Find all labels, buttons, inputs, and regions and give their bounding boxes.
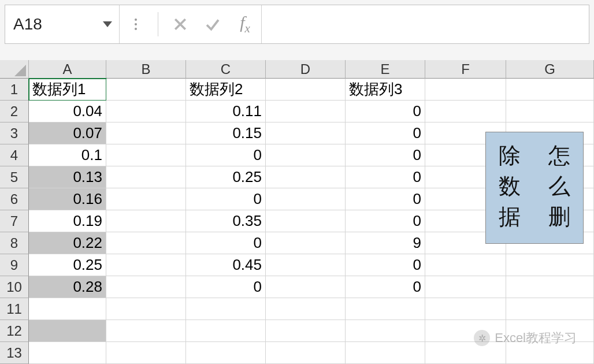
enter-button[interactable] — [196, 5, 229, 43]
row-header-8[interactable]: 8 — [0, 232, 29, 254]
cell-D11[interactable] — [266, 298, 346, 320]
cell-C10[interactable]: 0 — [186, 276, 266, 298]
cell-B10[interactable] — [106, 276, 186, 298]
cell-D12[interactable] — [266, 320, 346, 342]
cell-E6[interactable]: 0 — [346, 188, 425, 210]
cell-G11[interactable] — [506, 298, 594, 320]
cell-D5[interactable] — [266, 166, 346, 188]
cell-A12[interactable] — [29, 320, 106, 342]
cell-A9[interactable]: 0.25 — [29, 254, 106, 276]
cell-D7[interactable] — [266, 210, 346, 232]
cell-D8[interactable] — [266, 232, 346, 254]
cell-A10[interactable]: 0.28 — [29, 276, 106, 298]
cell-G10[interactable] — [506, 276, 594, 298]
cell-D6[interactable] — [266, 188, 346, 210]
floating-text-box[interactable]: 除 数 据 怎 么 删 — [485, 132, 584, 244]
cell-C9[interactable]: 0.45 — [186, 254, 266, 276]
cell-A3[interactable]: 0.07 — [29, 122, 106, 144]
row-header-4[interactable]: 4 — [0, 144, 29, 166]
cell-E12[interactable] — [346, 320, 425, 342]
cell-C13[interactable] — [186, 342, 266, 364]
cell-D1[interactable] — [266, 79, 346, 101]
cell-A1[interactable]: 数据列1 — [29, 79, 106, 101]
row-header-5[interactable]: 5 — [0, 166, 29, 188]
cell-C4[interactable]: 0 — [186, 144, 266, 166]
cell-A6[interactable]: 0.16 — [29, 188, 106, 210]
cell-D13[interactable] — [266, 342, 346, 364]
cell-C11[interactable] — [186, 298, 266, 320]
insert-function-button[interactable]: fx — [229, 5, 261, 43]
cell-E1[interactable]: 数据列3 — [346, 79, 425, 101]
cell-B11[interactable] — [106, 298, 186, 320]
select-all-corner[interactable] — [0, 60, 29, 79]
cell-A4[interactable]: 0.1 — [29, 144, 106, 166]
cell-B8[interactable] — [106, 232, 186, 254]
cell-E10[interactable]: 0 — [346, 276, 425, 298]
cell-B6[interactable] — [106, 188, 186, 210]
cell-E13[interactable] — [346, 342, 425, 364]
row-header-13[interactable]: 13 — [0, 342, 29, 364]
row-header-3[interactable]: 3 — [0, 122, 29, 144]
col-header-G[interactable]: G — [506, 60, 594, 79]
cell-B3[interactable] — [106, 122, 186, 144]
cell-C8[interactable]: 0 — [186, 232, 266, 254]
col-header-C[interactable]: C — [186, 60, 266, 79]
cancel-button[interactable] — [164, 5, 196, 43]
cell-A7[interactable]: 0.19 — [29, 210, 106, 232]
cell-E2[interactable]: 0 — [346, 101, 425, 122]
cell-E8[interactable]: 9 — [346, 232, 425, 254]
cell-A5[interactable]: 0.13 — [29, 166, 106, 188]
cell-F9[interactable] — [425, 254, 506, 276]
cell-B7[interactable] — [106, 210, 186, 232]
row-header-6[interactable]: 6 — [0, 188, 29, 210]
cell-F10[interactable] — [425, 276, 506, 298]
cell-B5[interactable] — [106, 166, 186, 188]
col-header-E[interactable]: E — [346, 60, 425, 79]
cell-A11[interactable] — [29, 298, 106, 320]
name-box[interactable]: A18 — [5, 5, 120, 43]
row-header-9[interactable]: 9 — [0, 254, 29, 276]
cell-G9[interactable] — [506, 254, 594, 276]
col-header-A[interactable]: A — [29, 60, 106, 79]
col-header-F[interactable]: F — [425, 60, 506, 79]
cell-B4[interactable] — [106, 144, 186, 166]
cell-B13[interactable] — [106, 342, 186, 364]
cell-E5[interactable]: 0 — [346, 166, 425, 188]
cell-C7[interactable]: 0.35 — [186, 210, 266, 232]
row-header-2[interactable]: 2 — [0, 101, 29, 122]
cell-F11[interactable] — [425, 298, 506, 320]
cell-E4[interactable]: 0 — [346, 144, 425, 166]
cell-D9[interactable] — [266, 254, 346, 276]
cell-D2[interactable] — [266, 101, 346, 122]
row-header-1[interactable]: 1 — [0, 79, 29, 101]
cell-A8[interactable]: 0.22 — [29, 232, 106, 254]
cell-E3[interactable]: 0 — [346, 122, 425, 144]
cell-C2[interactable]: 0.11 — [186, 101, 266, 122]
cell-B12[interactable] — [106, 320, 186, 342]
cell-A2[interactable]: 0.04 — [29, 101, 106, 122]
formula-input[interactable] — [261, 5, 589, 43]
cell-C6[interactable]: 0 — [186, 188, 266, 210]
cell-F2[interactable] — [425, 101, 506, 122]
cell-A13[interactable] — [29, 342, 106, 364]
row-header-10[interactable]: 10 — [0, 276, 29, 298]
cell-C5[interactable]: 0.25 — [186, 166, 266, 188]
cell-D4[interactable] — [266, 144, 346, 166]
cell-C3[interactable]: 0.15 — [186, 122, 266, 144]
cell-G1[interactable] — [506, 79, 594, 101]
cell-E11[interactable] — [346, 298, 425, 320]
cell-E9[interactable]: 0 — [346, 254, 425, 276]
cell-C1[interactable]: 数据列2 — [186, 79, 266, 101]
cell-B2[interactable] — [106, 101, 186, 122]
dropdown-arrow-icon[interactable] — [103, 21, 112, 27]
row-header-7[interactable]: 7 — [0, 210, 29, 232]
row-header-12[interactable]: 12 — [0, 320, 29, 342]
cell-G2[interactable] — [506, 101, 594, 122]
cell-B9[interactable] — [106, 254, 186, 276]
cell-E7[interactable]: 0 — [346, 210, 425, 232]
row-header-11[interactable]: 11 — [0, 298, 29, 320]
col-header-B[interactable]: B — [106, 60, 186, 79]
cell-B1[interactable] — [106, 79, 186, 101]
cell-C12[interactable] — [186, 320, 266, 342]
cell-F1[interactable] — [425, 79, 506, 101]
